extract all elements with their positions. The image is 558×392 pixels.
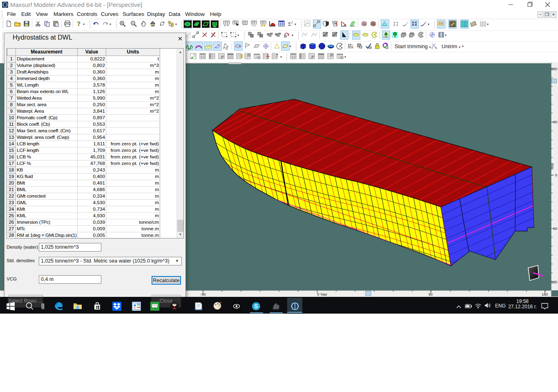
svg-text:0: 0 <box>555 173 557 177</box>
svg-text:Roll: Roll <box>550 163 554 169</box>
svg-text:Σ: Σ <box>288 21 291 27</box>
svg-text:-90: -90 <box>200 292 205 296</box>
svg-text:180: 180 <box>542 292 548 296</box>
svg-text:ƒ: ƒ <box>291 21 293 24</box>
svg-text:90: 90 <box>429 292 433 296</box>
svg-text:-180: -180 <box>550 67 557 71</box>
svg-text:S: S <box>254 303 258 310</box>
svg-text:?: ? <box>77 20 80 27</box>
svg-text:0 Yaw: 0 Yaw <box>317 292 327 296</box>
svg-text:90: 90 <box>553 227 557 231</box>
svg-text:180: 180 <box>551 280 557 284</box>
